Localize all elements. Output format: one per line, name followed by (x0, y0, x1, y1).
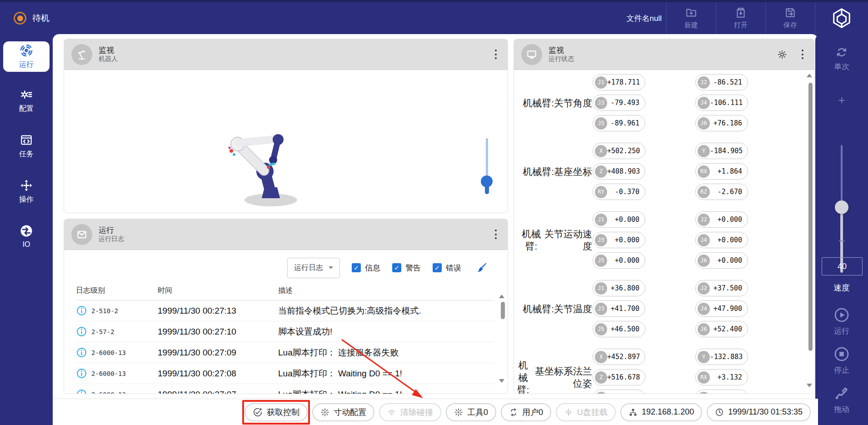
value-pill: RY-0.026 (593, 390, 645, 394)
value-pill: J2+37.500 (695, 280, 748, 296)
user-frame-button[interactable]: 用户0 (501, 403, 551, 421)
status-values: 机械臂:关节角度 J1+178.711 J3-79.493 J5-89.961 … (514, 70, 814, 394)
log-row[interactable]: 2-6000-13 1999/11/30 00:27:08 Lua脚本打印： W… (76, 363, 494, 384)
drag-hand-icon (834, 385, 849, 400)
view-slider-track[interactable] (486, 138, 488, 181)
sunburst-icon (320, 408, 329, 417)
open-file-button[interactable]: 打开 (716, 2, 765, 34)
sunburst-icon (454, 408, 463, 417)
sidebar-item-config[interactable]: 配置 (3, 88, 50, 114)
save-file-button[interactable]: 保存 (766, 2, 815, 34)
robot-monitor-panel: 监视 机器人 (64, 39, 508, 213)
sidebar-item-operate[interactable]: 操作 (3, 179, 50, 205)
log-row[interactable]: 2-6000-13 1999/11/30 00:27:07 Lua脚本打印： W… (76, 384, 494, 394)
jog-config-button[interactable]: 寸动配置 (312, 403, 374, 421)
value-pill: RZ+2.933 (695, 390, 748, 394)
log-row[interactable]: 2-510-2 1999/11/30 00:27:13 当前指令模式已切换为:高… (76, 300, 494, 321)
speed-plus-button[interactable]: + (815, 93, 868, 107)
scroll-up-arrow[interactable] (807, 74, 812, 77)
gear-icon[interactable] (777, 50, 787, 60)
panel-title: 监视 (99, 45, 118, 55)
sidebar-item-task[interactable]: 任务 (3, 133, 50, 159)
tool-select-button[interactable]: 工具0 (446, 403, 496, 421)
panel-subtitle: 运行日志 (99, 235, 124, 243)
right-sidebar: 单次 + − 40 速度 运行 停止 拖动 (815, 34, 868, 425)
stop-program-button[interactable] (815, 346, 868, 362)
value-pill: J1+0.000 (593, 211, 645, 228)
clear-log-brush-icon[interactable] (476, 262, 488, 274)
panel-subtitle: 运行状态 (549, 55, 574, 63)
speed-slider-thumb[interactable] (835, 200, 848, 214)
run-target-icon (20, 44, 33, 57)
value-pill: Z+408.903 (593, 163, 645, 180)
drag-mode-button[interactable] (815, 385, 868, 400)
loop-icon (835, 46, 848, 59)
play-circle-icon (833, 307, 850, 323)
mail-avatar-icon (71, 224, 92, 245)
filter-error-checkbox[interactable]: ✓ 错误 (433, 263, 461, 273)
acquire-control-button[interactable]: 获取控制 (244, 403, 308, 421)
status-group-label: 机械臂:基座坐标 (514, 165, 593, 178)
sidebar-item-io[interactable]: IO (3, 224, 50, 249)
top-bar: 待机 文件名null 新建 打开 保存 (0, 0, 868, 34)
filename-label: 文件名null (627, 13, 662, 24)
scroll-down-arrow[interactable] (499, 379, 504, 383)
value-pill: Y-184.905 (695, 143, 748, 159)
wifi-icon (387, 408, 396, 417)
status-group-label: 机械臂:关节运动速度 (514, 228, 593, 252)
view-slider-thumb[interactable] (481, 175, 493, 187)
kebab-menu-icon[interactable] (800, 48, 805, 61)
run-log-panel: 运行 运行日志 运行日志 ✓ 信息 ✓ 警告 ✓ 错误 日志级别 时间 描述 (64, 219, 508, 394)
value-pill: Z+516.678 (593, 369, 645, 385)
panel-title: 监视 (549, 45, 574, 55)
kebab-menu-icon[interactable] (493, 228, 499, 241)
filter-info-checkbox[interactable]: ✓ 信息 (352, 263, 380, 273)
robot-3d-viewport[interactable] (64, 70, 508, 213)
kebab-menu-icon[interactable] (493, 48, 499, 61)
speed-minus-button[interactable]: − (815, 234, 868, 248)
log-type-dropdown[interactable]: 运行日志 (287, 258, 340, 278)
single-run-button[interactable] (815, 46, 868, 59)
app-logo (815, 2, 868, 34)
log-row[interactable]: 2-57-2 1999/11/30 00:27:10 脚本设置成功! (76, 321, 494, 342)
logo-icon (831, 8, 852, 29)
robot-status-icon (14, 12, 26, 25)
value-pill: J3-79.493 (593, 95, 645, 111)
datetime-display: 1999/11/30 01:53:35 (707, 403, 811, 421)
scroll-up-arrow[interactable] (499, 295, 504, 298)
value-pill: J6+52.400 (695, 321, 748, 337)
status-group-joint-speed: 机械臂:关节运动速度 J1+0.000 J3+0.000 J5+0.000 J2… (514, 211, 814, 269)
sidebar-item-run[interactable]: 运行 (3, 41, 50, 72)
scrollbar-thumb[interactable] (501, 302, 505, 319)
bottom-toolbar: 获取控制 寸动配置 清除碰撞 工具0 用户0 U盘挂载 192.168.1.20… (53, 399, 818, 425)
robot-arm-avatar-icon (71, 44, 92, 65)
move-arrows-icon (20, 179, 33, 192)
value-pill: RZ-2.670 (695, 184, 748, 200)
new-file-button[interactable]: 新建 (667, 2, 716, 34)
speed-slider-track[interactable] (841, 145, 843, 207)
scrollbar-thumb[interactable] (808, 83, 813, 351)
value-pill: J6+76.186 (695, 115, 748, 131)
value-pill: Y-132.883 (695, 349, 748, 365)
value-pill: J4+47.900 (695, 300, 748, 317)
value-pill: RX+3.132 (695, 369, 748, 385)
value-pill: J5+46.500 (593, 321, 645, 337)
chevron-down-icon (329, 266, 333, 269)
log-row[interactable]: 2-6000-13 1999/11/30 00:27:09 Lua脚本打印： 连… (76, 342, 494, 363)
value-pill: J2+0.000 (695, 211, 748, 228)
value-pill: RY-0.370 (593, 184, 645, 200)
status-group-label: 机械臂:关节温度 (514, 303, 593, 315)
value-pill: J4-106.111 (695, 95, 748, 111)
run-program-button[interactable] (815, 307, 868, 323)
status-group-flange-pose: 机械臂:基坐标系法兰位姿 X+452.897 Z+516.678 RY-0.02… (514, 349, 814, 394)
status-group-joint-temperature: 机械臂:关节温度 J1+36.800 J3+41.700 J5+46.500 J… (514, 280, 814, 337)
filter-warning-checkbox[interactable]: ✓ 警告 (392, 263, 421, 273)
rotate-icon (509, 408, 518, 417)
usb-mount-button: U盘挂载 (556, 403, 616, 421)
scroll-down-arrow[interactable] (807, 384, 812, 387)
clock-icon (715, 408, 724, 417)
gear-list-icon (20, 88, 33, 101)
open-file-icon (735, 7, 747, 19)
checkbox-checked-icon: ✓ (433, 263, 442, 272)
value-pill: J4+0.000 (695, 232, 748, 248)
